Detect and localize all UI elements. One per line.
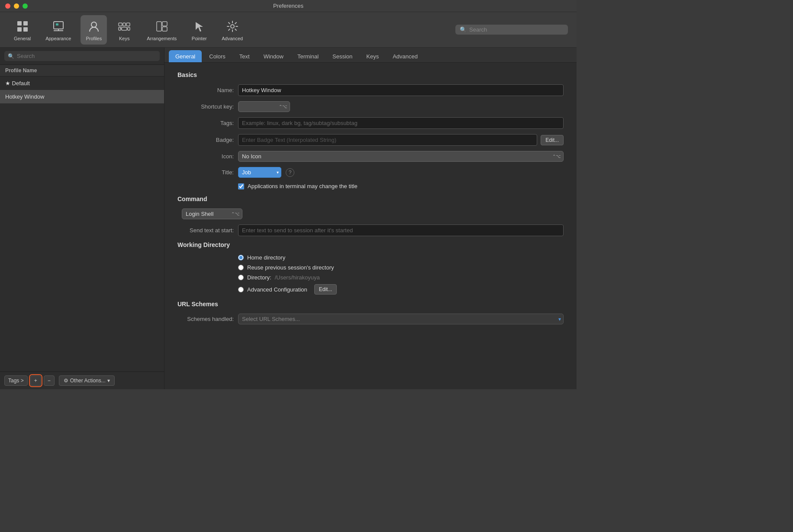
svg-rect-0 <box>17 21 22 26</box>
svg-rect-9 <box>119 23 122 26</box>
toolbar-item-arrangements[interactable]: Arrangements <box>142 15 182 45</box>
shortcut-select-wrapper: ⌃⌥ <box>238 101 290 112</box>
advanced-config-radio[interactable] <box>238 287 244 292</box>
url-schemes-control: Select URL Schemes... ▾ <box>238 314 564 324</box>
panel-content: Basics Name: Shortcut key: ⌃⌥ <box>164 63 577 389</box>
icon-select-wrapper: No Icon ⌃⌥ <box>238 151 564 162</box>
svg-rect-16 <box>157 22 161 31</box>
title-field-label: Title: <box>177 169 234 176</box>
title-row: Title: Job ▾ ? <box>177 167 564 178</box>
name-control <box>238 84 564 96</box>
toolbar-item-pointer[interactable]: Pointer <box>186 15 212 45</box>
maximize-button[interactable] <box>23 3 28 9</box>
keys-label: Keys <box>119 36 129 41</box>
remove-icon: − <box>48 378 51 384</box>
name-label: Name: <box>177 87 234 93</box>
advanced-config-edit-button[interactable]: Edit... <box>314 284 337 295</box>
home-dir-radio[interactable] <box>238 255 244 260</box>
svg-rect-4 <box>54 22 63 29</box>
right-panel: General Colors Text Window Terminal Sess… <box>164 48 577 389</box>
toolbar-item-keys[interactable]: ⌘ Keys <box>111 15 137 45</box>
tab-keys[interactable]: Keys <box>360 50 385 62</box>
svg-point-19 <box>231 25 234 28</box>
title-change-checkbox[interactable] <box>238 183 244 189</box>
gear-icon-small: ⚙ <box>64 378 68 384</box>
other-actions-button[interactable]: ⚙ Other Actions... ▾ <box>59 375 115 386</box>
tab-general[interactable]: General <box>169 50 202 62</box>
sidebar-footer: Tags > + − ⚙ Other Actions... ▾ <box>0 372 164 389</box>
tab-session[interactable]: Session <box>326 50 359 62</box>
svg-rect-3 <box>23 27 28 32</box>
profile-icon <box>86 19 102 34</box>
profile-default-label: ★ Default <box>5 80 30 87</box>
tags-button[interactable]: Tags > <box>4 375 28 386</box>
profile-item-default[interactable]: ★ Default <box>0 77 164 90</box>
sidebar-search-inner[interactable]: 🔍 <box>4 51 160 61</box>
send-text-input[interactable] <box>238 224 564 236</box>
reuse-dir-label: Reuse previous session's directory <box>247 264 334 271</box>
send-text-control <box>238 224 564 236</box>
icon-label: Icon: <box>177 153 234 160</box>
toolbar-item-general[interactable]: General <box>9 15 36 45</box>
icon-select[interactable]: No Icon <box>238 151 564 162</box>
svg-rect-18 <box>162 27 167 31</box>
toolbar-item-profiles[interactable]: Profiles <box>81 15 107 45</box>
toolbar-item-appearance[interactable]: Appearance <box>40 15 76 45</box>
shortcut-select[interactable] <box>238 101 290 112</box>
search-icon: 🔍 <box>460 26 467 33</box>
tab-terminal[interactable]: Terminal <box>291 50 325 62</box>
sidebar-search-container: 🔍 <box>0 48 164 65</box>
svg-rect-11 <box>126 23 130 26</box>
remove-profile-button[interactable]: − <box>44 375 55 386</box>
url-select-wrapper: Select URL Schemes... ▾ <box>238 314 564 324</box>
search-input[interactable] <box>469 26 564 33</box>
title-select-wrapper: Job ▾ <box>238 167 281 178</box>
close-button[interactable] <box>5 3 10 9</box>
sidebar: 🔍 Profile Name ★ Default Hotkey Window T… <box>0 48 164 389</box>
badge-edit-button[interactable]: Edit... <box>541 135 564 145</box>
svg-rect-14 <box>128 27 130 30</box>
title-select[interactable]: Job <box>238 167 281 178</box>
add-profile-button[interactable]: + <box>30 375 41 386</box>
tab-text[interactable]: Text <box>233 50 256 62</box>
tab-window[interactable]: Window <box>257 50 290 62</box>
login-shell-select[interactable]: Login Shell <box>182 208 242 219</box>
tab-advanced[interactable]: Advanced <box>386 50 424 62</box>
name-input[interactable] <box>238 84 564 96</box>
url-schemes-select[interactable]: Select URL Schemes... <box>238 314 564 324</box>
keys-icon: ⌘ <box>116 19 132 34</box>
appearance-label: Appearance <box>45 36 71 41</box>
badge-control: Edit... <box>238 134 564 146</box>
profiles-label: Profiles <box>86 36 102 41</box>
appearance-icon <box>51 19 66 34</box>
profile-item-hotkey[interactable]: Hotkey Window <box>0 90 164 103</box>
tags-input[interactable] <box>238 117 564 129</box>
minimize-button[interactable] <box>14 3 19 9</box>
pointer-label: Pointer <box>192 36 207 41</box>
main-content: 🔍 Profile Name ★ Default Hotkey Window T… <box>0 48 577 389</box>
tabs-bar: General Colors Text Window Terminal Sess… <box>164 48 577 63</box>
working-dir-title: Working Directory <box>177 241 564 248</box>
svg-rect-1 <box>23 21 28 26</box>
shortcut-label: Shortcut key: <box>177 103 234 110</box>
toolbar-search[interactable]: 🔍 <box>455 25 568 35</box>
svg-rect-10 <box>123 23 126 26</box>
basics-title: Basics <box>177 71 564 78</box>
command-control: Login Shell ⌃⌥ <box>182 208 564 219</box>
general-label: General <box>14 36 31 41</box>
svg-rect-2 <box>17 27 22 32</box>
url-schemes-title: URL Schemes <box>177 301 564 308</box>
toolbar-item-advanced[interactable]: Advanced <box>216 15 248 45</box>
reuse-dir-radio[interactable] <box>238 265 244 270</box>
title-help-icon[interactable]: ? <box>286 168 294 177</box>
tags-control <box>238 117 564 129</box>
grid-icon <box>15 19 30 34</box>
sidebar-search-input[interactable] <box>17 53 156 59</box>
name-row: Name: <box>177 84 564 96</box>
tab-colors[interactable]: Colors <box>203 50 232 62</box>
badge-input[interactable] <box>238 134 537 146</box>
svg-rect-13 <box>122 27 127 30</box>
custom-dir-radio[interactable] <box>238 275 244 280</box>
title-control: Job ▾ ? <box>238 167 564 178</box>
login-shell-wrapper: Login Shell ⌃⌥ <box>182 208 242 219</box>
